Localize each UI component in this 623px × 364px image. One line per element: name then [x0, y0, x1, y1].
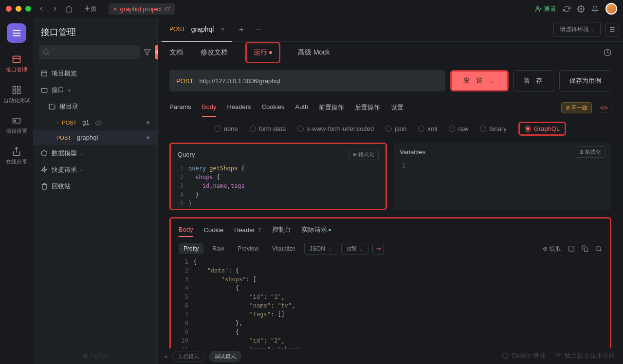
sidebar-api[interactable]: 接口 ▾	[33, 82, 157, 98]
search-icon[interactable]	[595, 245, 602, 252]
bell-icon[interactable]	[591, 5, 599, 13]
env-select[interactable]: 请选择环境 ⌄	[553, 22, 601, 37]
code-gen-button[interactable]: </>	[597, 103, 611, 112]
param-tab-cookies[interactable]: Cookies	[262, 98, 285, 117]
search-input[interactable]	[39, 45, 140, 59]
save-response-icon[interactable]	[568, 245, 575, 252]
param-tab-auth[interactable]: Auth	[295, 98, 309, 117]
trash-icon	[41, 183, 48, 190]
iconbar: 接口管理 自动化测试 项目设置 在线分享	[0, 18, 33, 364]
avatar[interactable]	[605, 3, 617, 15]
resp-tab-header[interactable]: Header 7	[234, 223, 261, 237]
tab-doc[interactable]: 文档	[169, 42, 183, 63]
body-type-raw[interactable]: raw	[449, 125, 468, 132]
resp-tab-body[interactable]: Body	[179, 223, 193, 237]
sidebar-g1[interactable]: › POST g1 (2)	[33, 115, 157, 130]
format-button[interactable]: ⊞ 格式化	[348, 149, 379, 160]
forward-icon[interactable]	[52, 5, 58, 12]
format-select[interactable]: JSON ⌄	[304, 243, 337, 255]
resp-tab-actual[interactable]: 实际请求	[302, 222, 331, 237]
extract-button[interactable]: ⊕ 提取	[543, 245, 561, 253]
panel-menu[interactable]: ☰	[605, 23, 619, 36]
nav-settings[interactable]: 项目设置	[3, 112, 30, 139]
settings-icon	[12, 116, 21, 126]
resp-tab-console[interactable]: 控制台	[272, 222, 291, 237]
close-window[interactable]	[6, 6, 12, 12]
url-input[interactable]: POST http://127.0.0.1:3006/graphql	[169, 70, 445, 91]
request-row: POST http://127.0.0.1:3006/graphql 发 送 ⌄…	[158, 63, 623, 98]
sidebar-quick[interactable]: 快捷请求 ›	[33, 162, 157, 178]
svg-line-20	[600, 250, 602, 252]
resp-tab-cookie[interactable]: Cookie	[204, 223, 223, 237]
body-type-xml[interactable]: xml	[418, 125, 437, 132]
mode-pretty[interactable]: Pretty	[179, 243, 203, 254]
mode-preview[interactable]: Preview	[233, 243, 263, 254]
method-badge: POST	[56, 135, 71, 141]
param-tab-前置操作[interactable]: 前置操作	[319, 98, 344, 117]
modified-dot	[147, 136, 149, 139]
home-icon[interactable]	[65, 5, 73, 13]
param-tab-body[interactable]: Body	[202, 98, 217, 117]
debug-mode-button[interactable]: 调试模式	[209, 351, 241, 362]
chevron-down-icon[interactable]: ⌄	[490, 78, 495, 84]
body-type-x-www-form-urlencoded[interactable]: x-www-form-urlencoded	[297, 125, 374, 132]
sidebar-overview[interactable]: 项目概览	[33, 65, 157, 82]
nav-api[interactable]: 接口管理	[3, 51, 30, 77]
automation-icon	[12, 85, 21, 95]
maximize-window[interactable]	[25, 6, 31, 12]
app-logo[interactable]	[7, 23, 26, 43]
param-tab-设置[interactable]: 设置	[391, 98, 403, 117]
save-button[interactable]: 暂 存	[513, 70, 554, 91]
gear-icon[interactable]	[577, 5, 585, 13]
sidebar-trash[interactable]: 回收站	[33, 178, 157, 195]
body-type-graphql[interactable]: GraphQL	[518, 122, 566, 136]
api-folder-icon	[41, 87, 48, 93]
body-type-none[interactable]: none	[215, 125, 238, 132]
warn-badge[interactable]: ⊘ 不一致	[561, 102, 592, 113]
nav-share[interactable]: 在线分享	[3, 143, 30, 169]
more-tabs[interactable]: ⋯	[250, 26, 266, 33]
copy-icon[interactable]	[582, 245, 588, 252]
svg-rect-7	[18, 87, 20, 90]
sidebar-graphql[interactable]: POST graphql	[33, 130, 157, 145]
collapse-icon[interactable]: «	[165, 353, 167, 359]
nav-automation[interactable]: 自动化测试	[3, 81, 30, 108]
close-icon[interactable]: ×	[220, 25, 224, 33]
body-type-json[interactable]: json	[385, 125, 406, 132]
param-tab-params[interactable]: Params	[169, 98, 191, 117]
sidebar-data-model[interactable]: 数据模型 ›	[33, 145, 157, 162]
variables-editor[interactable]: 1	[394, 162, 611, 170]
format-button[interactable]: ⊞ 格式化	[575, 146, 605, 158]
encoding-select[interactable]: utf8 ⌄	[341, 243, 368, 255]
send-button[interactable]: 发 送 ⌄	[450, 70, 509, 91]
back-icon[interactable]	[38, 5, 45, 12]
response-body[interactable]: 123456789101112 { "data": { "shops": [ {…	[174, 257, 607, 363]
query-editor[interactable]: 12345 query getShops { shops { id,name,t…	[172, 164, 385, 208]
tab-mock[interactable]: 高级 Mock	[298, 42, 330, 63]
refresh-icon[interactable]	[563, 5, 570, 13]
project-tab[interactable]: × graphql project	[109, 3, 175, 15]
sidebar-root[interactable]: 根目录	[33, 98, 157, 115]
folder-icon	[49, 103, 55, 110]
history-icon[interactable]	[604, 49, 611, 56]
wrap-icon[interactable]: ⇥	[372, 243, 384, 255]
body-type-binary[interactable]: binary	[480, 125, 506, 132]
add-tab[interactable]: +	[232, 25, 250, 34]
filter-icon[interactable]	[144, 45, 151, 59]
request-tab[interactable]: POST graphql ×	[162, 18, 232, 42]
param-tab-后置操作[interactable]: 后置操作	[355, 98, 380, 117]
close-tab-icon[interactable]: ×	[113, 5, 117, 13]
param-tab-headers[interactable]: Headers	[227, 98, 251, 117]
doc-mode-button[interactable]: 文档模式	[172, 351, 204, 362]
query-panel: Query ⊞ 格式化 12345 query getShops { shops…	[169, 143, 387, 210]
invite-button[interactable]: 邀请	[535, 4, 556, 13]
save-as-case-button[interactable]: 保存为用例	[559, 70, 611, 91]
mode-raw[interactable]: Raw	[207, 243, 229, 254]
home-tab[interactable]: 主页	[79, 2, 102, 15]
tab-edit-doc[interactable]: 修改文档	[201, 42, 228, 63]
mode-visualize[interactable]: Visualize	[267, 243, 300, 254]
body-type-form-data[interactable]: form-data	[250, 125, 286, 132]
tab-run[interactable]: 运行	[245, 42, 280, 63]
project-tab-label: graphql project	[120, 5, 162, 13]
minimize-window[interactable]	[16, 6, 21, 12]
